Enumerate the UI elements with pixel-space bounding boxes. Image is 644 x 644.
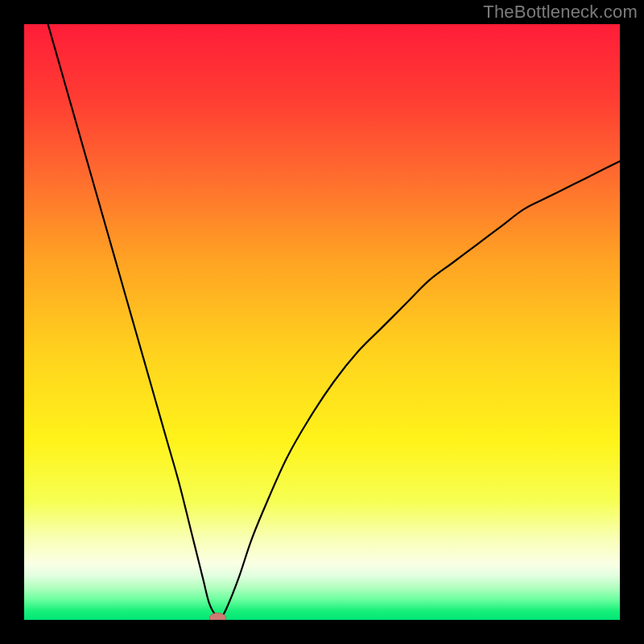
bottleneck-chart: [24, 24, 620, 620]
plot-background: [24, 24, 620, 620]
watermark-text: TheBottleneck.com: [483, 2, 638, 23]
chart-frame: TheBottleneck.com: [0, 0, 644, 644]
